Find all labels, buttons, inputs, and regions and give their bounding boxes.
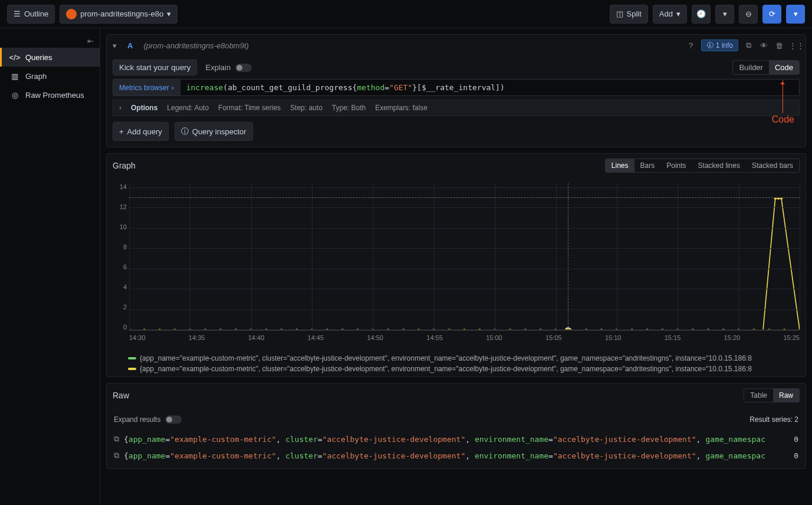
- run-button[interactable]: ⟳: [762, 5, 781, 24]
- info-chip-label: 1 info: [716, 41, 733, 49]
- kick-start-button[interactable]: Kick start your query: [113, 60, 197, 75]
- tab-bars[interactable]: Bars: [635, 159, 661, 172]
- tab-stacked-lines[interactable]: Stacked lines: [692, 159, 746, 172]
- annotation-arrow: Code: [772, 80, 794, 125]
- code-text: (ab_count_get_guild_progress{: [223, 83, 357, 92]
- chevron-down-icon[interactable]: ▾: [113, 41, 117, 50]
- annotation-label: Code: [772, 114, 794, 125]
- legend-swatch: [128, 357, 136, 359]
- chevron-right-icon: ›: [172, 84, 174, 92]
- outline-label: Outline: [24, 9, 48, 18]
- query-code-input[interactable]: increase(ab_count_get_guild_progress{met…: [180, 79, 800, 96]
- legend-item[interactable]: {app_name="example-custom-metric", clust…: [128, 364, 800, 374]
- y-axis: 14121086420: [114, 183, 127, 331]
- raw-view-tabs: Table Raw: [744, 388, 800, 402]
- legend-item[interactable]: {app_name="example-custom-metric", clust…: [128, 353, 800, 364]
- raw-panel: Raw Table Raw Expand results Result seri…: [106, 383, 806, 469]
- sidebar-item-queries[interactable]: </> Queries: [0, 48, 100, 67]
- run-dropdown[interactable]: ▾: [786, 5, 805, 24]
- tab-points[interactable]: Points: [660, 159, 692, 172]
- copy-icon[interactable]: ⧉: [114, 434, 119, 444]
- expand-results-label: Expand results: [114, 415, 160, 424]
- add-query-label: Add query: [127, 127, 162, 136]
- option-step: Step: auto: [290, 104, 323, 112]
- add-query-button[interactable]: + Add query: [113, 122, 169, 141]
- raw-value: 0: [775, 451, 798, 460]
- copy-icon[interactable]: ⧉: [114, 451, 119, 460]
- copy-icon[interactable]: ⧉: [743, 41, 754, 50]
- refresh-icon: ⟳: [769, 9, 775, 18]
- code-text: }[$__rate_interval]): [412, 83, 505, 92]
- raw-expression: {app_name="example-custom-metric", clust…: [124, 435, 770, 444]
- sidebar-item-label: Queries: [25, 53, 52, 62]
- options-label: Options: [131, 104, 157, 112]
- builder-tab[interactable]: Builder: [733, 61, 768, 74]
- plus-icon: +: [119, 127, 124, 136]
- chevron-down-icon: ▾: [794, 9, 798, 18]
- trash-icon[interactable]: 🗑: [774, 41, 784, 50]
- query-panel: ▾ A (prom-andritestingns-e8obm9t) ? 🛈 1 …: [106, 34, 806, 147]
- chevron-down-icon: ▾: [723, 9, 727, 18]
- main-content: ▾ A (prom-andritestingns-e8obm9t) ? 🛈 1 …: [100, 28, 812, 505]
- graph-view-tabs: Lines Bars Points Stacked lines Stacked …: [605, 159, 800, 173]
- raw-value: 0: [775, 435, 798, 444]
- help-icon[interactable]: ?: [686, 41, 696, 50]
- tab-raw[interactable]: Raw: [773, 389, 799, 402]
- tab-stacked-bars[interactable]: Stacked bars: [746, 159, 799, 172]
- toggle-icon: [235, 64, 252, 72]
- left-sidebar: ⇤ </> Queries ▥ Graph ◎ Raw Prometheus: [0, 28, 100, 505]
- x-axis: 14:3014:3514:4014:4514:5014:5515:0015:05…: [129, 331, 800, 341]
- drag-icon[interactable]: ⋮⋮: [789, 41, 800, 50]
- query-letter: A: [123, 40, 137, 51]
- query-options-row[interactable]: › Options Legend: Auto Format: Time seri…: [113, 100, 800, 116]
- query-inspector-label: Query inspector: [192, 127, 246, 136]
- sidebar-item-raw[interactable]: ◎ Raw Prometheus: [0, 85, 100, 104]
- code-str: "GET": [389, 83, 412, 92]
- raw-title: Raw: [113, 391, 129, 400]
- prom-icon: ◎: [10, 90, 19, 100]
- metrics-browser-button[interactable]: Metrics browser ›: [113, 79, 180, 96]
- chart-area[interactable]: 14121086420 14:3014:3514:4014:4514:5014:…: [129, 183, 800, 342]
- graph-panel: Graph Lines Bars Points Stacked lines St…: [106, 153, 806, 377]
- sidebar-item-label: Graph: [25, 72, 47, 81]
- split-label: Split: [627, 9, 642, 18]
- graph-title: Graph: [113, 161, 136, 170]
- history-button[interactable]: 🕘: [692, 5, 711, 24]
- explain-toggle[interactable]: Explain: [205, 63, 252, 72]
- zoom-out-button[interactable]: ⊖: [739, 5, 758, 24]
- eye-icon[interactable]: 👁: [758, 41, 769, 50]
- chart-icon: ▥: [10, 71, 19, 81]
- collapse-sidebar-button[interactable]: ⇤: [0, 34, 100, 48]
- chevron-right-icon: ›: [119, 104, 121, 112]
- add-button[interactable]: Add ▾: [653, 5, 687, 24]
- code-tab[interactable]: Code: [769, 61, 799, 74]
- add-label: Add: [659, 9, 673, 18]
- metrics-browser-label: Metrics browser: [119, 84, 169, 92]
- option-exemplars: Exemplars: false: [375, 104, 428, 112]
- chevron-down-icon: ▾: [676, 9, 680, 18]
- code-icon: </>: [10, 52, 19, 62]
- info-icon: 🛈: [706, 41, 714, 49]
- raw-expression: {app_name="example-custom-metric", clust…: [124, 451, 770, 460]
- legend-text: {app_name="example-custom-metric", clust…: [140, 365, 752, 373]
- chart-legend: {app_name="example-custom-metric", clust…: [107, 348, 806, 377]
- query-inspector-button[interactable]: ⓘ Query inspector: [175, 122, 253, 141]
- history-dropdown[interactable]: ▾: [715, 5, 734, 24]
- option-format: Format: Time series: [218, 104, 281, 112]
- explain-label: Explain: [205, 63, 231, 72]
- prometheus-icon: [66, 9, 77, 19]
- outline-button[interactable]: ☰ Outline: [7, 5, 55, 24]
- query-datasource-name: (prom-andritestingns-e8obm9t): [143, 41, 248, 50]
- sidebar-item-label: Raw Prometheus: [25, 91, 84, 100]
- tab-lines[interactable]: Lines: [606, 159, 635, 172]
- raw-result-row: ⧉{app_name="example-custom-metric", clus…: [114, 447, 798, 464]
- list-icon: ☰: [14, 9, 21, 18]
- chevron-down-icon: ▾: [167, 9, 171, 18]
- info-chip[interactable]: 🛈 1 info: [701, 39, 738, 51]
- sidebar-item-graph[interactable]: ▥ Graph: [0, 67, 100, 85]
- datasource-picker[interactable]: prom-andritestingns-e8o ▾: [60, 5, 177, 24]
- columns-icon: ◫: [616, 9, 623, 18]
- tab-table[interactable]: Table: [744, 389, 773, 402]
- expand-results-toggle[interactable]: Expand results: [114, 415, 182, 424]
- split-button[interactable]: ◫ Split: [610, 5, 648, 24]
